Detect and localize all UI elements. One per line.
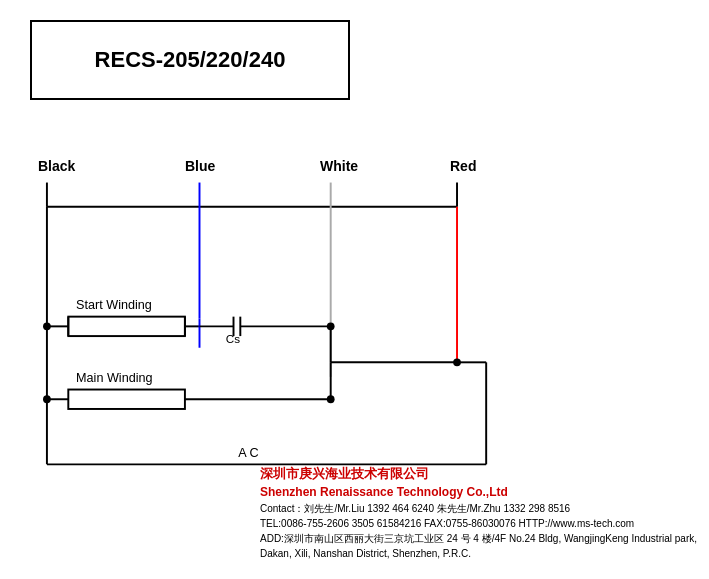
svg-rect-8 bbox=[68, 317, 185, 336]
company-add2: Dakan, Xili, Nanshan District, Shenzhen,… bbox=[260, 546, 697, 561]
company-tel: TEL:0086-755-2606 3505 61584216 FAX:0755… bbox=[260, 516, 697, 531]
company-en-name: Shenzhen Renaissance Technology Co.,Ltd bbox=[260, 483, 697, 501]
circuit-diagram: Start Winding Cs bbox=[10, 10, 699, 530]
svg-rect-24 bbox=[68, 390, 185, 409]
svg-text:Start Winding: Start Winding bbox=[76, 298, 152, 312]
svg-text:Main Winding: Main Winding bbox=[76, 371, 152, 385]
main-container: RECS-205/220/240 Black Blue White Red St… bbox=[0, 0, 709, 579]
company-contact: Contact：刘先生/Mr.Liu 1392 464 6240 朱先生/Mr.… bbox=[260, 501, 697, 516]
diagram-area: RECS-205/220/240 Black Blue White Red St… bbox=[10, 10, 699, 569]
company-cn-name: 深圳市庚兴海业技术有限公司 bbox=[260, 464, 697, 484]
company-add: ADD:深圳市南山区西丽大街三京坑工业区 24 号 4 楼/4F No.24 B… bbox=[260, 531, 697, 546]
svg-point-26 bbox=[43, 395, 51, 403]
svg-point-34 bbox=[43, 322, 51, 330]
company-info: 深圳市庚兴海业技术有限公司 Shenzhen Renaissance Techn… bbox=[260, 464, 697, 562]
svg-text:A C: A C bbox=[238, 446, 258, 460]
